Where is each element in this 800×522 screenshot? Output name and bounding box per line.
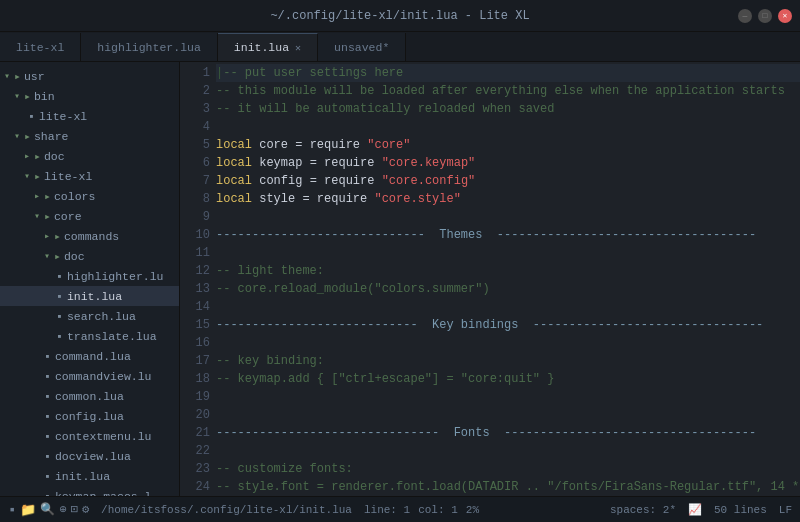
file-icon: ▪ [56, 270, 63, 283]
tree-item-commandview[interactable]: ▪ commandview.lu [0, 366, 179, 386]
file-icon: ▪ [44, 450, 51, 463]
tree-item-init2[interactable]: ▪ init.lua [0, 466, 179, 486]
tree-label: bin [34, 90, 55, 103]
code-line-22 [216, 442, 800, 460]
file-tree[interactable]: ▾ ▸ usr ▾ ▸ bin ▪ lite-xl ▾ ▸ share ▸ ▸ … [0, 62, 180, 496]
titlebar: ~/.config/lite-xl/init.lua - Lite XL — □… [0, 0, 800, 32]
tree-item-docview[interactable]: ▪ docview.lua [0, 446, 179, 466]
find-files-icon[interactable]: ⊕ [59, 502, 66, 517]
tree-item-commands[interactable]: ▸ ▸ commands [0, 226, 179, 246]
tree-item-translate[interactable]: ▪ translate.lua [0, 326, 179, 346]
file-icon: ▪ [44, 370, 51, 383]
code-line-3: -- it will be automatically reloaded whe… [216, 100, 800, 118]
maximize-button[interactable]: □ [758, 9, 772, 23]
tree-label: search.lua [67, 310, 136, 323]
code-line-4 [216, 118, 800, 136]
code-line-8: local style = require "core.style" [216, 190, 800, 208]
tabbar: lite-xl highlighter.lua init.lua ✕ unsav… [0, 32, 800, 62]
code-line-2: -- this module will be loaded after ever… [216, 82, 800, 100]
statusbar: ▪ 📁 🔍 ⊕ ⊡ ⚙ /home/itsfoss/.config/lite-x… [0, 496, 800, 522]
editor-content: 12345 678910 1112131415 1617181920 21222… [180, 62, 800, 496]
line-count: 50 lines [714, 504, 767, 516]
tree-label: core [54, 210, 82, 223]
code-line-24: -- style.font = renderer.font.load(DATAD… [216, 478, 800, 496]
expand-icon: ▾ [4, 70, 10, 82]
tree-label: common.lua [55, 390, 124, 403]
minimize-button[interactable]: — [738, 9, 752, 23]
tree-item-init[interactable]: ▪ init.lua [0, 286, 179, 306]
expand-icon: ▾ [34, 210, 40, 222]
tab-unsaved[interactable]: unsaved* [318, 33, 406, 61]
code-line-17: -- key binding: [216, 352, 800, 370]
expand-icon: ▾ [14, 90, 20, 102]
folder-icon: ▸ [14, 69, 21, 83]
code-line-20 [216, 406, 800, 424]
eol-info: LF [779, 504, 792, 516]
tree-item-doc-share[interactable]: ▸ ▸ doc [0, 146, 179, 166]
main-area: ▾ ▸ usr ▾ ▸ bin ▪ lite-xl ▾ ▸ share ▸ ▸ … [0, 62, 800, 496]
settings-icon[interactable]: ⚙ [82, 502, 89, 517]
tab-close-icon[interactable]: ✕ [295, 42, 301, 54]
terminal-icon[interactable]: ⊡ [71, 502, 78, 517]
tree-label: lite-xl [44, 170, 92, 183]
tab-init-lua[interactable]: init.lua ✕ [218, 33, 318, 61]
file-icon: ▪ [44, 430, 51, 443]
tree-label: commands [64, 230, 119, 243]
statusbar-left: ▪ 📁 🔍 ⊕ ⊡ ⚙ /home/itsfoss/.config/lite-x… [8, 502, 479, 518]
tree-item-bin[interactable]: ▾ ▸ bin [0, 86, 179, 106]
search-status-icon[interactable]: 🔍 [40, 502, 55, 517]
file-icon: ▪ [44, 390, 51, 403]
tree-item-lite-xl-share[interactable]: ▾ ▸ lite-xl [0, 166, 179, 186]
tree-item-config[interactable]: ▪ config.lua [0, 406, 179, 426]
tree-item-colors[interactable]: ▸ ▸ colors [0, 186, 179, 206]
tree-item-contextmenu[interactable]: ▪ contextmenu.lu [0, 426, 179, 446]
tree-label: colors [54, 190, 95, 203]
tree-item-share[interactable]: ▾ ▸ share [0, 126, 179, 146]
tab-label: lite-xl [16, 41, 64, 54]
line-numbers: 12345 678910 1112131415 1617181920 21222… [180, 62, 216, 496]
editor[interactable]: 12345 678910 1112131415 1617181920 21222… [180, 62, 800, 496]
file-icon: ▪ [56, 290, 63, 303]
expand-icon: ▾ [24, 170, 30, 182]
code-line-7: local config = require "core.config" [216, 172, 800, 190]
tab-highlighter[interactable]: highlighter.lua [81, 33, 218, 61]
code-line-19 [216, 388, 800, 406]
tree-item-core[interactable]: ▾ ▸ core [0, 206, 179, 226]
tree-label: translate.lua [67, 330, 157, 343]
close-button[interactable]: ✕ [778, 9, 792, 23]
code-line-23: -- customize fonts: [216, 460, 800, 478]
code-line-14 [216, 298, 800, 316]
spaces-info: spaces: 2* [610, 504, 676, 516]
code-line-10: ----------------------------- Themes ---… [216, 226, 800, 244]
code-line-6: local keymap = require "core.keymap" [216, 154, 800, 172]
tree-label: commandview.lu [55, 370, 152, 383]
tree-item-keymap-macos[interactable]: ▪ keymap-macos.l [0, 486, 179, 496]
tree-label: lite-xl [39, 110, 87, 123]
tree-item-doc-core[interactable]: ▾ ▸ doc [0, 246, 179, 266]
code-area[interactable]: |-- put user settings here -- this modul… [216, 62, 800, 496]
code-line-18: -- keymap.add { ["ctrl+escape"] = "core:… [216, 370, 800, 388]
folder-icon: ▸ [44, 209, 51, 223]
folder-icon: ▸ [44, 189, 51, 203]
tree-item-lite-xl-bin[interactable]: ▪ lite-xl [0, 106, 179, 126]
tree-label: keymap-macos.l [55, 490, 152, 497]
tree-item-search[interactable]: ▪ search.lua [0, 306, 179, 326]
expand-icon: ▸ [44, 230, 50, 242]
tree-item-common[interactable]: ▪ common.lua [0, 386, 179, 406]
statusbar-right: spaces: 2* 📈 50 lines LF [610, 503, 792, 516]
tab-lite-xl[interactable]: lite-xl [0, 33, 81, 61]
expand-icon: ▸ [34, 190, 40, 202]
file-icon: ▪ [56, 310, 63, 323]
tree-item-command[interactable]: ▪ command.lua [0, 346, 179, 366]
code-line-11 [216, 244, 800, 262]
folder-open-icon[interactable]: 📁 [20, 502, 36, 518]
tree-label: contextmenu.lu [55, 430, 152, 443]
tree-item-highlighter[interactable]: ▪ highlighter.lu [0, 266, 179, 286]
tree-label: docview.lua [55, 450, 131, 463]
file-icon: ▪ [44, 490, 51, 497]
tree-item-usr[interactable]: ▾ ▸ usr [0, 66, 179, 86]
folder-icon: ▸ [34, 149, 41, 163]
tab-label: unsaved* [334, 41, 389, 54]
code-line-1: |-- put user settings here [216, 64, 800, 82]
expand-icon: ▾ [44, 250, 50, 262]
